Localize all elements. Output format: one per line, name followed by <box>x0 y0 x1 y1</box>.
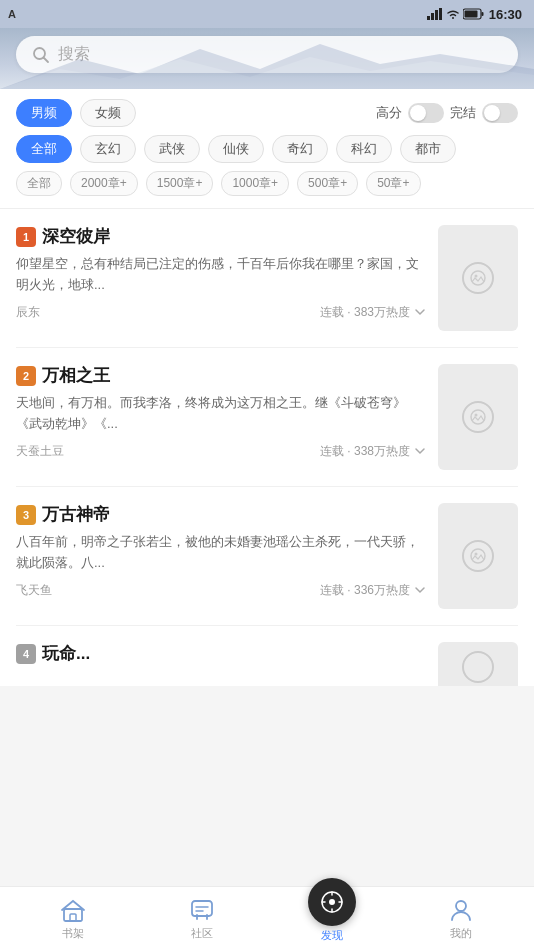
book-cover-2 <box>438 364 518 470</box>
book-stats-2: 连载 · 338万热度 <box>320 443 426 460</box>
discover-icon <box>318 888 346 916</box>
svg-point-14 <box>475 553 478 556</box>
book-cover-3 <box>438 503 518 609</box>
book-author-2: 天蚕土豆 <box>16 443 64 460</box>
status-icons <box>427 8 485 20</box>
status-right: 16:30 <box>427 7 522 22</box>
nav-item-discover[interactable]: 发现 <box>267 888 397 949</box>
genre-tag-all[interactable]: 全部 <box>16 135 72 163</box>
book-meta-2: 天蚕土豆 连载 · 338万热度 <box>16 443 426 460</box>
signal-icon <box>427 8 443 20</box>
cover-placeholder-1 <box>462 262 494 294</box>
user-icon <box>447 896 475 924</box>
toggle-group: 高分 完结 <box>376 103 518 123</box>
svg-marker-3 <box>439 8 442 20</box>
book-info-4: 4 玩命... <box>16 642 426 671</box>
chapter-tag-50[interactable]: 50章+ <box>366 171 420 196</box>
book-info-2: 2 万相之王 天地间，有万相。而我李洛，终将成为这万相之王。继《斗破苍穹》《武动… <box>16 364 426 460</box>
image-icon-1 <box>470 270 486 286</box>
genre-tag-scifi[interactable]: 科幻 <box>336 135 392 163</box>
gender-filter-row: 男频 女频 高分 完结 <box>16 99 518 127</box>
carrier-label: A <box>8 8 16 20</box>
battery-icon <box>463 8 485 20</box>
home-icon <box>59 896 87 924</box>
book-info-1: 1 深空彼岸 仰望星空，总有种结局已注定的伤感，千百年后你我在哪里？家国，文明火… <box>16 225 426 321</box>
bottom-nav: 书架 社区 发现 <box>0 886 534 950</box>
nav-item-profile[interactable]: 我的 <box>397 890 527 947</box>
book-title-4: 玩命... <box>42 642 90 665</box>
book-stats-text-3: 连载 · 336万热度 <box>320 582 410 599</box>
svg-rect-15 <box>64 909 82 921</box>
nav-label-discover: 发现 <box>321 928 343 943</box>
chevron-down-icon-1 <box>414 306 426 318</box>
book-desc-2: 天地间，有万相。而我李洛，终将成为这万相之王。继《斗破苍穹》《武动乾坤》《... <box>16 393 426 435</box>
chapter-tag-1000[interactable]: 1000章+ <box>221 171 289 196</box>
wifi-icon <box>446 8 460 20</box>
rank-badge-1: 1 <box>16 227 36 247</box>
book-title-row-2: 2 万相之王 <box>16 364 426 387</box>
svg-rect-17 <box>192 901 212 916</box>
chapter-filter-row: 全部 2000章+ 1500章+ 1000章+ 500章+ 50章+ <box>16 171 518 196</box>
chapter-tag-all[interactable]: 全部 <box>16 171 62 196</box>
book-author-3: 飞天鱼 <box>16 582 52 599</box>
svg-marker-2 <box>435 10 438 20</box>
nav-item-community[interactable]: 社区 <box>138 890 268 947</box>
svg-point-11 <box>471 410 485 424</box>
book-info-3: 3 万古神帝 八百年前，明帝之子张若尘，被他的未婚妻池瑶公主杀死，一代天骄，就此… <box>16 503 426 599</box>
book-author-1: 辰东 <box>16 304 40 321</box>
svg-marker-1 <box>431 13 434 20</box>
book-title-row-3: 3 万古神帝 <box>16 503 426 526</box>
book-item-4[interactable]: 4 玩命... <box>16 626 518 686</box>
book-stats-text-1: 连载 · 383万热度 <box>320 304 410 321</box>
genre-tag-wuxia[interactable]: 武侠 <box>144 135 200 163</box>
book-desc-1: 仰望星空，总有种结局已注定的伤感，千百年后你我在哪里？家国，文明火光，地球... <box>16 254 426 296</box>
svg-point-9 <box>471 271 485 285</box>
genre-tag-qihuan[interactable]: 奇幻 <box>272 135 328 163</box>
mountain-decoration <box>0 39 534 89</box>
high-score-label: 高分 <box>376 104 402 122</box>
book-item-2[interactable]: 2 万相之王 天地间，有万相。而我李洛，终将成为这万相之王。继《斗破苍穹》《武动… <box>16 348 518 487</box>
svg-point-21 <box>329 899 335 905</box>
book-title-row-4: 4 玩命... <box>16 642 426 665</box>
svg-point-13 <box>471 549 485 563</box>
header: 搜索 <box>0 28 534 89</box>
svg-rect-5 <box>464 11 477 18</box>
nav-label-community: 社区 <box>191 926 213 941</box>
discover-circle <box>308 878 356 926</box>
nav-label-bookshelf: 书架 <box>62 926 84 941</box>
book-stats-3: 连载 · 336万热度 <box>320 582 426 599</box>
book-item-3[interactable]: 3 万古神帝 八百年前，明帝之子张若尘，被他的未婚妻池瑶公主杀死，一代天骄，就此… <box>16 487 518 626</box>
book-title-2: 万相之王 <box>42 364 110 387</box>
chapter-tag-1500[interactable]: 1500章+ <box>146 171 214 196</box>
genre-tag-dushi[interactable]: 都市 <box>400 135 456 163</box>
svg-point-10 <box>475 275 478 278</box>
svg-rect-6 <box>481 12 483 16</box>
svg-marker-0 <box>427 16 430 20</box>
nav-item-bookshelf[interactable]: 书架 <box>8 890 138 947</box>
svg-rect-16 <box>70 914 76 921</box>
book-item-1[interactable]: 1 深空彼岸 仰望星空，总有种结局已注定的伤感，千百年后你我在哪里？家国，文明火… <box>16 209 518 348</box>
finished-toggle[interactable] <box>482 103 518 123</box>
chevron-down-icon-2 <box>414 445 426 457</box>
genre-tag-xianxia[interactable]: 仙侠 <box>208 135 264 163</box>
gender-tab-female[interactable]: 女频 <box>80 99 136 127</box>
gender-tab-male[interactable]: 男频 <box>16 99 72 127</box>
chevron-down-icon-3 <box>414 584 426 596</box>
chat-icon <box>188 896 216 924</box>
chapter-tag-500[interactable]: 500章+ <box>297 171 358 196</box>
chapter-tag-2000[interactable]: 2000章+ <box>70 171 138 196</box>
high-score-toggle[interactable] <box>408 103 444 123</box>
time-label: 16:30 <box>489 7 522 22</box>
status-bar: A 16:30 <box>0 0 534 28</box>
book-meta-1: 辰东 连载 · 383万热度 <box>16 304 426 321</box>
book-cover-4 <box>438 642 518 686</box>
book-list: 1 深空彼岸 仰望星空，总有种结局已注定的伤感，千百年后你我在哪里？家国，文明火… <box>0 209 534 686</box>
finished-label: 完结 <box>450 104 476 122</box>
rank-badge-4: 4 <box>16 644 36 664</box>
genre-filter-row: 全部 玄幻 武侠 仙侠 奇幻 科幻 都市 <box>16 135 518 163</box>
cover-placeholder-2 <box>462 401 494 433</box>
genre-tag-xuanhuan[interactable]: 玄幻 <box>80 135 136 163</box>
book-title-3: 万古神帝 <box>42 503 110 526</box>
nav-label-profile: 我的 <box>450 926 472 941</box>
rank-badge-3: 3 <box>16 505 36 525</box>
